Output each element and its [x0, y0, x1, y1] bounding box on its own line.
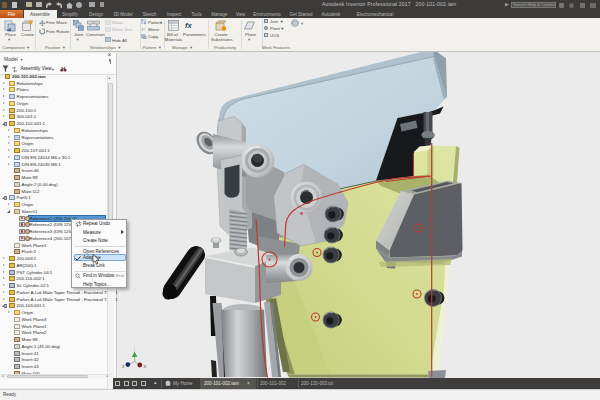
- svg-text:X: X: [144, 364, 147, 369]
